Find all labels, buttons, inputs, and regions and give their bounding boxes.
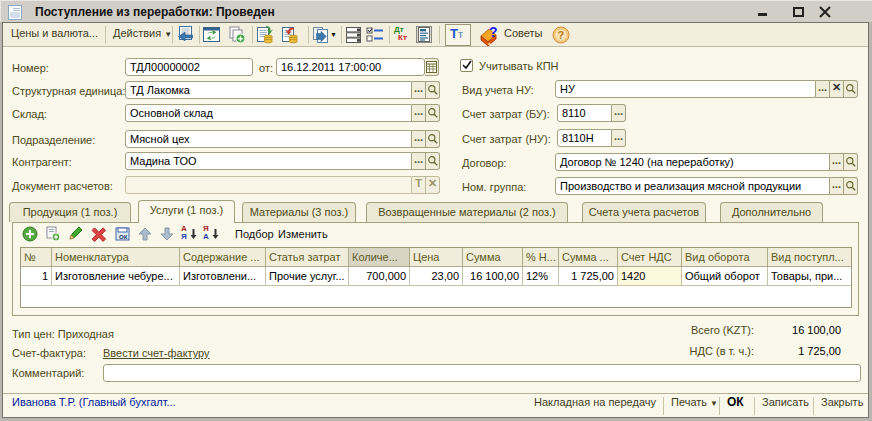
- svg-text:?: ?: [558, 29, 565, 41]
- svg-text:ОК: ОК: [119, 234, 128, 240]
- svg-text:?: ?: [489, 25, 498, 40]
